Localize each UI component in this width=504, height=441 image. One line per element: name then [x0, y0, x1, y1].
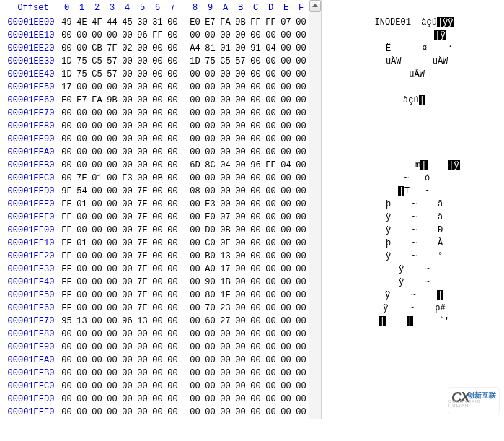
hex-cell[interactable]: 00 [120, 406, 135, 419]
hex-cell[interactable]: 00 [89, 276, 105, 289]
hex-cell[interactable]: 00 [233, 380, 248, 393]
hex-cell[interactable]: B0 [203, 250, 218, 263]
hex-cell[interactable]: 6D [187, 159, 203, 172]
hex-cell[interactable]: 00 [120, 302, 135, 315]
hex-cell[interactable]: 00 [203, 107, 218, 120]
hex-cell[interactable]: 00 [248, 211, 263, 224]
hex-cell[interactable]: 00 [233, 341, 248, 354]
hex-cell[interactable]: 00 [74, 133, 89, 146]
hex-cell[interactable]: 00 [135, 328, 150, 341]
hex-cell[interactable]: 00 [263, 198, 278, 211]
hex-cell[interactable]: 00 [293, 198, 309, 211]
hex-cell[interactable]: 00 [165, 42, 180, 55]
scrollbar-track[interactable] [309, 367, 322, 380]
scrollbar-track[interactable] [309, 198, 322, 211]
hex-cell[interactable]: 13 [135, 315, 150, 328]
hex-cell[interactable]: 00 [293, 367, 309, 380]
hex-cell[interactable]: 00 [89, 367, 105, 380]
hex-cell[interactable]: 00 [263, 406, 278, 419]
scrollbar-track[interactable] [309, 393, 322, 406]
hex-cell[interactable]: 00 [218, 406, 233, 419]
hex-cell[interactable]: 00 [120, 237, 135, 250]
hex-cell[interactable]: A4 [187, 42, 203, 55]
hex-cell[interactable]: 00 [135, 367, 150, 380]
hex-cell[interactable]: 00 [74, 263, 89, 276]
hex-cell[interactable]: 00 [89, 198, 105, 211]
hex-cell[interactable]: 00 [89, 159, 105, 172]
hex-cell[interactable]: 70 [203, 302, 218, 315]
hex-cell[interactable]: 00 [248, 341, 263, 354]
hex-cell[interactable]: 00 [248, 276, 263, 289]
hex-cell[interactable]: 1F [218, 289, 233, 302]
hex-cell[interactable]: 00 [203, 146, 218, 159]
hex-cell[interactable]: 00 [74, 380, 89, 393]
hex-cell[interactable]: 00 [120, 289, 135, 302]
hex-cell[interactable]: 00 [248, 380, 263, 393]
hex-cell[interactable]: 00 [165, 185, 180, 198]
hex-cell[interactable]: 00 [89, 393, 105, 406]
hex-cell[interactable]: E3 [203, 198, 218, 211]
hex-cell[interactable]: 00 [150, 406, 165, 419]
hex-cell[interactable]: 00 [120, 263, 135, 276]
hex-cell[interactable]: FF [248, 16, 263, 29]
hex-row[interactable]: 00001EF900000000000000000000000000000000… [0, 341, 504, 354]
hex-row[interactable]: 00001EE10000000000096FF00000000000000000… [0, 29, 504, 42]
hex-cell[interactable]: 00 [135, 81, 150, 94]
hex-cell[interactable]: 1B [218, 276, 233, 289]
hex-cell[interactable]: 00 [105, 120, 120, 133]
scrollbar-track[interactable] [309, 42, 322, 55]
hex-cell[interactable]: 00 [203, 380, 218, 393]
hex-cell[interactable]: 00 [187, 289, 203, 302]
scrollbar-track[interactable] [309, 237, 322, 250]
scrollbar-track[interactable] [309, 94, 322, 107]
hex-cell[interactable]: 00 [278, 81, 293, 94]
hex-cell[interactable]: 00 [263, 29, 278, 42]
hex-cell[interactable]: 00 [187, 224, 203, 237]
hex-cell[interactable]: 00 [278, 237, 293, 250]
hex-cell[interactable]: 00 [120, 328, 135, 341]
hex-cell[interactable]: 00 [218, 68, 233, 81]
hex-cell[interactable]: 00 [248, 406, 263, 419]
hex-cell[interactable]: 00 [293, 276, 309, 289]
hex-row[interactable]: 00001EFA00000000000000000000000000000000… [0, 354, 504, 367]
hex-cell[interactable]: 00 [165, 263, 180, 276]
hex-cell[interactable]: 08 [187, 185, 203, 198]
hex-cell[interactable]: 00 [105, 341, 120, 354]
hex-cell[interactable]: 00 [187, 94, 203, 107]
hex-cell[interactable]: 00 [105, 250, 120, 263]
hex-cell[interactable]: 7E [135, 250, 150, 263]
hex-cell[interactable]: 00 [74, 406, 89, 419]
hex-cell[interactable]: 00 [248, 81, 263, 94]
hex-cell[interactable]: 00 [293, 250, 309, 263]
hex-cell[interactable]: 00 [150, 250, 165, 263]
scrollbar-track[interactable] [309, 172, 322, 185]
hex-cell[interactable]: 00 [278, 211, 293, 224]
hex-cell[interactable]: 00 [120, 185, 135, 198]
hex-cell[interactable]: 00 [59, 341, 74, 354]
hex-cell[interactable]: 00 [105, 211, 120, 224]
hex-cell[interactable]: 00 [263, 185, 278, 198]
hex-cell[interactable]: 00 [278, 198, 293, 211]
hex-cell[interactable]: 00 [233, 42, 248, 55]
hex-cell[interactable]: 04 [218, 159, 233, 172]
hex-cell[interactable]: 00 [120, 133, 135, 146]
hex-cell[interactable]: 00 [105, 185, 120, 198]
hex-cell[interactable]: 00 [105, 328, 120, 341]
hex-cell[interactable]: E7 [203, 16, 218, 29]
hex-cell[interactable]: 00 [218, 198, 233, 211]
hex-cell[interactable]: 1D [59, 55, 74, 68]
hex-cell[interactable]: 00 [120, 146, 135, 159]
hex-cell[interactable]: 00 [135, 120, 150, 133]
hex-cell[interactable]: 00 [135, 55, 150, 68]
hex-cell[interactable]: 00 [135, 406, 150, 419]
hex-cell[interactable]: 00 [218, 354, 233, 367]
hex-cell[interactable]: 00 [203, 354, 218, 367]
hex-cell[interactable]: 00 [187, 302, 203, 315]
hex-cell[interactable]: 00 [263, 289, 278, 302]
hex-cell[interactable]: 00 [150, 367, 165, 380]
hex-cell[interactable]: 00 [120, 250, 135, 263]
hex-cell[interactable]: 00 [165, 68, 180, 81]
hex-cell[interactable]: 00 [165, 315, 180, 328]
hex-cell[interactable]: 00 [233, 315, 248, 328]
hex-cell[interactable]: FA [89, 94, 105, 107]
